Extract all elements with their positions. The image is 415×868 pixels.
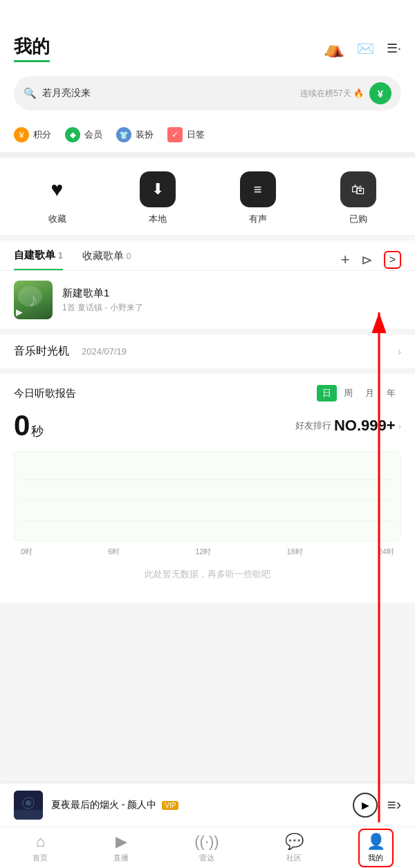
nav-home[interactable]: ⌂ 首页	[21, 827, 59, 869]
menu-icon[interactable]: ☰·	[387, 41, 401, 56]
music-time-section[interactable]: 音乐时光机 2024/07/19 ›	[0, 334, 415, 368]
playlist-item[interactable]: ♪ ▶ 新建歌单1 1首 童话镇 - 小野来了	[0, 271, 415, 329]
report-tab-year[interactable]: 年	[381, 385, 401, 402]
live-icon: ▶	[116, 833, 127, 851]
nav-radar[interactable]: ((·)) 雷达	[183, 827, 230, 869]
report-section: 今日听歌报告 日 周 月 年 0 秒 好友排行 NO.999+ › 0 0	[0, 374, 415, 603]
music-time-date: 2024/07/19	[82, 346, 127, 357]
playlist-name: 新建歌单1	[62, 287, 401, 300]
nav-profile[interactable]: 👤 我的	[358, 829, 394, 867]
stats-rank[interactable]: 好友排行 NO.999+ ›	[295, 417, 401, 435]
playlist-info: 新建歌单1 1首 童话镇 - 小野来了	[62, 287, 401, 314]
add-playlist-button[interactable]: +	[341, 251, 350, 269]
icon-purchased[interactable]: 🛍 已购	[340, 171, 376, 225]
bottom-nav: ⌂ 首页 ▶ 直播 ((·)) 雷达 💬 社区 👤 我的	[0, 827, 415, 868]
tab1-count: 1	[58, 251, 63, 261]
no-data-text: 此处暂无数据，再多听一些歌吧	[14, 563, 401, 592]
quick-item-points[interactable]: ¥ 积分	[14, 127, 51, 142]
nav-community-label: 社区	[286, 853, 302, 863]
playlist-tabs: 自建歌单 1 收藏歌单 0 + ⊳ >	[0, 240, 415, 271]
playlist-section: 自建歌单 1 收藏歌单 0 + ⊳ > ♪ ▶ 新建歌单1 1首 童话镇 - 小…	[0, 240, 415, 329]
mail-icon[interactable]: ✉️	[357, 40, 374, 57]
report-header: 今日听歌报告 日 周 月 年	[14, 385, 401, 402]
report-tab-day[interactable]: 日	[317, 385, 337, 402]
nav-home-label: 首页	[33, 853, 48, 863]
daily-label: 日签	[187, 129, 205, 141]
chart-label-24: 24时	[378, 547, 394, 557]
chart-label-12: 12时	[195, 547, 211, 557]
chart-container: 0	[14, 451, 401, 541]
audio-label: 有声	[249, 213, 267, 225]
report-tab-week[interactable]: 周	[338, 385, 358, 402]
member-icon: ◆	[65, 127, 80, 142]
quick-item-daily[interactable]: ✓ 日签	[167, 127, 205, 142]
search-query: 若月亮没来	[42, 87, 295, 100]
icon-favorites[interactable]: ♥ 收藏	[39, 171, 75, 225]
heart-icon: ♥	[51, 178, 64, 201]
playlist-thumbnail: ♪ ▶	[14, 281, 53, 319]
local-label: 本地	[149, 213, 167, 225]
radar-icon: ((·))	[194, 833, 219, 851]
stats-row: 0 秒 好友排行 NO.999+ ›	[14, 411, 401, 440]
playlist-subtitle: 1首 童话镇 - 小野来了	[62, 302, 401, 314]
member-label: 会员	[84, 129, 102, 141]
nav-community[interactable]: 💬 社区	[274, 827, 315, 869]
icon-audio[interactable]: ≡ 有声	[240, 171, 276, 225]
svg-rect-5	[14, 810, 43, 820]
purchased-bg: 🛍	[340, 171, 376, 207]
music-time-title: 音乐时光机	[14, 344, 69, 359]
play-pause-button[interactable]: ▶	[353, 793, 378, 818]
tab-collected-playlist[interactable]: 收藏歌单 0	[82, 249, 131, 270]
report-tabs: 日 周 月 年	[317, 385, 401, 402]
listening-chart: 0	[21, 459, 394, 534]
tab-actions: + ⊳ >	[341, 251, 401, 269]
rank-label: 好友排行	[295, 419, 331, 432]
chart-label-6: 6时	[108, 547, 120, 557]
nav-live-label: 直播	[113, 853, 129, 863]
expand-playlist-button[interactable]: >	[384, 251, 401, 269]
now-playing-bar: 夏夜最后的烟火 - 颜人中 VIP ▶ ≡›	[0, 783, 415, 827]
icon-local[interactable]: ⬇ 本地	[140, 171, 176, 225]
header-icons: ⛺ ✉️ ☰·	[324, 39, 401, 58]
nav-radar-label: 雷达	[199, 853, 214, 863]
outfit-label: 装扮	[136, 129, 154, 141]
quick-item-outfit[interactable]: 👕 装扮	[116, 127, 154, 142]
tent-icon[interactable]: ⛺	[324, 39, 344, 58]
yuan-badge[interactable]: ¥	[369, 82, 391, 104]
chart-label-18: 18时	[287, 547, 303, 557]
playlist-queue-button[interactable]: ≡›	[387, 796, 401, 814]
now-playing-thumbnail[interactable]	[14, 791, 43, 820]
heart-bg: ♥	[39, 171, 75, 207]
nav-live[interactable]: ▶ 直播	[102, 827, 140, 869]
report-tab-month[interactable]: 月	[360, 385, 380, 402]
tab2-count: 0	[127, 252, 131, 261]
home-icon: ⌂	[36, 833, 45, 851]
vip-badge: VIP	[162, 801, 178, 810]
now-playing-controls: ▶ ≡›	[353, 793, 401, 818]
search-bar[interactable]: 🔍 若月亮没来 连续在榜57天 🔥 ¥	[14, 76, 401, 111]
play-overlay-icon: ▶	[16, 307, 23, 317]
quick-item-member[interactable]: ◆ 会员	[65, 127, 102, 142]
bottom-spacer	[0, 603, 415, 692]
svg-point-7	[26, 800, 31, 806]
play-icon: ▶	[362, 800, 369, 811]
search-trending: 连续在榜57天 🔥	[300, 88, 364, 100]
music-time-arrow: ›	[398, 346, 401, 358]
divider-1	[0, 152, 415, 158]
outfit-icon: 👕	[116, 127, 131, 142]
local-bg: ⬇	[140, 171, 176, 207]
quick-menu: ¥ 积分 ◆ 会员 👕 装扮 ✓ 日签	[0, 120, 415, 152]
chart-labels: 0时 6时 12时 18时 24时	[14, 547, 401, 557]
community-icon: 💬	[285, 833, 304, 851]
tab-my-playlist[interactable]: 自建歌单 1	[14, 249, 63, 270]
page-title: 我的	[14, 35, 50, 62]
points-label: 积分	[33, 129, 51, 141]
now-playing-info: 夏夜最后的烟火 - 颜人中 VIP	[51, 799, 344, 811]
rank-value: NO.999+	[334, 417, 396, 435]
search-icon: 🔍	[24, 87, 37, 100]
purchased-label: 已购	[349, 213, 367, 225]
chart-label-0: 0时	[21, 547, 33, 557]
points-icon: ¥	[14, 127, 29, 142]
profile-icon: 👤	[367, 833, 385, 851]
import-playlist-button[interactable]: ⊳	[361, 252, 373, 268]
